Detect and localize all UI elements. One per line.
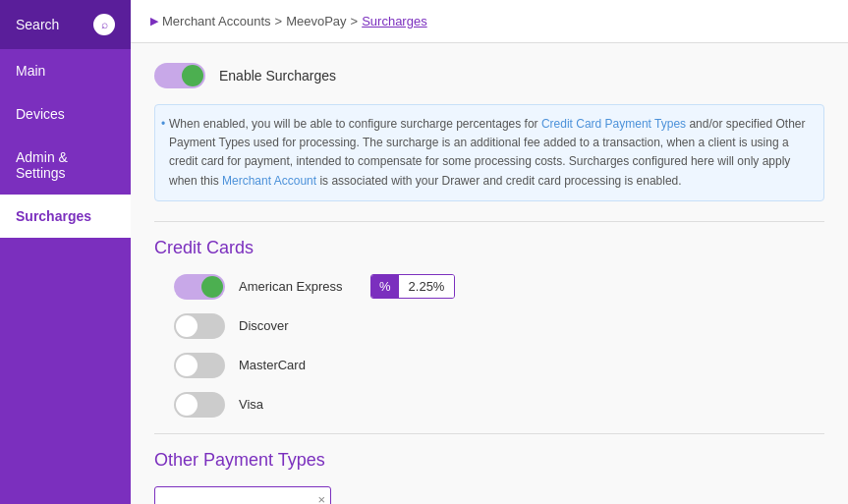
info-link-credit-card[interactable]: Credit Card Payment Types: [541, 117, 686, 131]
sidebar-item-admin[interactable]: Admin & Settings: [0, 136, 131, 195]
other-payment-types-section: Other Payment Types ×: [154, 450, 824, 504]
amex-toggle-knob: [201, 276, 223, 298]
discover-toggle[interactable]: [174, 313, 225, 339]
discover-label: Discover: [239, 318, 357, 333]
info-text: When enabled, you will be able to config…: [169, 117, 806, 188]
sidebar-item-search[interactable]: Search ⌕: [0, 0, 131, 49]
breadcrumb-merchant-accounts[interactable]: Merchant Accounts: [162, 14, 271, 28]
amex-label: American Express: [239, 279, 357, 294]
visa-label: Visa: [239, 397, 357, 412]
main-content: ▶ Merchant Accounts > MeevoPay > Surchar…: [131, 0, 848, 504]
visa-toggle-knob: [176, 394, 198, 416]
breadcrumb-arrow: ▶: [150, 15, 158, 28]
sidebar: Search ⌕ Main Devices Admin & Settings S…: [0, 0, 131, 504]
other-payment-types-title: Other Payment Types: [154, 450, 824, 471]
credit-cards-title: Credit Cards: [154, 238, 824, 258]
content-area: Enable Surcharges When enabled, you will…: [131, 43, 848, 504]
card-row-discover: Discover: [154, 313, 824, 339]
divider-2: [154, 433, 824, 434]
divider-1: [154, 221, 824, 222]
sidebar-item-surcharges[interactable]: Surcharges: [0, 195, 131, 238]
enable-surcharges-label: Enable Surcharges: [219, 68, 336, 84]
sidebar-admin-label: Admin & Settings: [16, 149, 115, 181]
clear-icon[interactable]: ×: [317, 492, 325, 504]
search-icon: ⌕: [93, 14, 115, 35]
card-row-visa: Visa: [154, 392, 824, 418]
breadcrumb-surcharges[interactable]: Surcharges: [362, 14, 426, 28]
amex-toggle[interactable]: [174, 274, 225, 300]
breadcrumb-sep1: >: [275, 14, 283, 28]
sidebar-item-main[interactable]: Main: [0, 49, 131, 92]
discover-toggle-knob: [176, 315, 198, 337]
other-payment-input[interactable]: [154, 486, 331, 504]
credit-cards-section: Credit Cards American Express % 2.25% Di…: [154, 238, 824, 418]
breadcrumb-sep2: >: [351, 14, 359, 28]
info-link-merchant-account[interactable]: Merchant Account: [222, 174, 316, 188]
visa-toggle[interactable]: [174, 392, 225, 418]
card-row-amex: American Express % 2.25%: [154, 274, 824, 300]
mastercard-toggle-knob: [176, 355, 198, 376]
enable-surcharges-row: Enable Surcharges: [154, 63, 824, 88]
sidebar-surcharges-label: Surcharges: [16, 208, 91, 224]
breadcrumb-meevopay[interactable]: MeevoPay: [286, 14, 346, 28]
other-input-wrapper: ×: [154, 486, 331, 504]
breadcrumb: ▶ Merchant Accounts > MeevoPay > Surchar…: [131, 0, 848, 43]
sidebar-item-devices[interactable]: Devices: [0, 92, 131, 136]
mastercard-toggle[interactable]: [174, 353, 225, 378]
amex-pct-group: % 2.25%: [370, 274, 455, 299]
card-row-mastercard: MasterCard: [154, 353, 824, 378]
toggle-knob: [182, 65, 203, 86]
amex-pct-badge: %: [371, 275, 399, 298]
sidebar-devices-label: Devices: [16, 106, 65, 122]
info-box: When enabled, you will be able to config…: [154, 104, 824, 201]
sidebar-search-label: Search: [16, 17, 59, 32]
sidebar-main-label: Main: [16, 63, 45, 79]
enable-surcharges-toggle[interactable]: [154, 63, 205, 88]
amex-pct-value[interactable]: 2.25%: [399, 275, 455, 298]
mastercard-label: MasterCard: [239, 358, 357, 372]
